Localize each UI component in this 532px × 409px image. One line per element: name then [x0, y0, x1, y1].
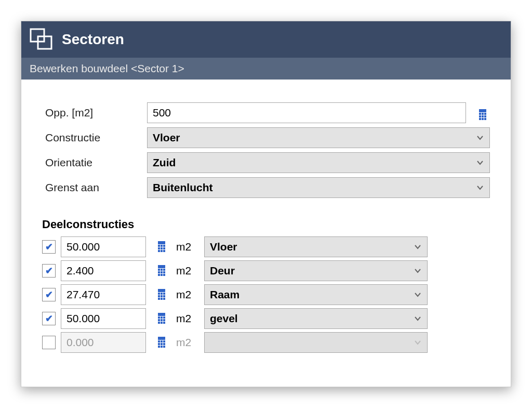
deelconstructie-row: ✔m2Deur	[42, 260, 495, 281]
orientatie-value: Zuid	[153, 156, 176, 169]
deelconstructie-checkbox[interactable]: ✔	[42, 288, 56, 301]
deelconstructie-row: ✔m2Raam	[42, 284, 495, 305]
grenst-value: Buitenlucht	[153, 181, 213, 194]
deelconstructie-checkbox[interactable]: ✔	[42, 312, 56, 325]
deelconstructie-row: ✔m2gevel	[42, 308, 495, 329]
deelconstructie-type-dropdown[interactable]: Raam	[204, 284, 428, 305]
chevron-down-icon	[414, 291, 422, 299]
titlebar: Sectoren	[21, 21, 511, 58]
calculator-icon	[158, 265, 167, 276]
calculator-icon	[479, 109, 488, 121]
unit-label: m2	[176, 241, 199, 253]
deelconstructie-type-value: Deur	[210, 265, 235, 277]
deelconstructie-calculator-button[interactable]	[154, 334, 171, 351]
panel-subtitle: Bewerken bouwdeel <Sector 1>	[21, 58, 511, 80]
deelconstructie-row: ✔m2Vloer	[42, 236, 495, 257]
sectors-icon	[28, 25, 55, 54]
chevron-down-icon	[414, 338, 422, 347]
deelconstructie-type-value: Raam	[210, 288, 240, 301]
checkmark-icon: ✔	[45, 242, 53, 252]
calculator-icon	[158, 337, 167, 348]
calculator-icon	[158, 289, 167, 300]
deelconstructie-type-dropdown[interactable]: Deur	[204, 260, 428, 281]
sector-panel: Sectoren Bewerken bouwdeel <Sector 1> Op…	[21, 21, 511, 387]
deelconstructie-calculator-button[interactable]	[154, 262, 171, 279]
deelconstructie-value-input[interactable]	[61, 260, 146, 281]
deelconstructie-type-dropdown[interactable]: Vloer	[204, 236, 428, 257]
deelconstructie-type-dropdown[interactable]: gevel	[204, 308, 428, 329]
chevron-down-icon	[476, 159, 484, 167]
checkmark-icon: ✔	[45, 266, 53, 275]
panel-title: Sectoren	[62, 31, 124, 48]
deelconstructie-calculator-button[interactable]	[154, 286, 171, 303]
deelconstructie-calculator-button[interactable]	[154, 310, 171, 327]
chevron-down-icon	[476, 134, 484, 142]
unit-label: m2	[176, 288, 199, 301]
calculator-icon	[158, 241, 167, 253]
checkmark-icon: ✔	[45, 314, 53, 323]
chevron-down-icon	[476, 183, 484, 192]
constructie-dropdown[interactable]: Vloer	[147, 127, 490, 148]
orientatie-label: Orientatie	[42, 150, 144, 175]
orientatie-dropdown[interactable]: Zuid	[147, 152, 490, 173]
deelconstructie-row: m2	[42, 332, 495, 353]
chevron-down-icon	[414, 314, 422, 323]
deelconstructie-checkbox[interactable]: ✔	[42, 264, 56, 278]
deelconstructie-value-input[interactable]	[61, 308, 146, 329]
chevron-down-icon	[414, 243, 422, 251]
opp-calculator-button[interactable]	[475, 107, 492, 123]
unit-label: m2	[176, 336, 199, 349]
checkmark-icon: ✔	[45, 290, 53, 299]
deelconstructie-checkbox[interactable]	[42, 336, 56, 349]
grenst-label: Grenst aan	[42, 175, 144, 200]
deelconstructies-list: ✔m2Vloer✔m2Deur✔m2Raam✔m2gevelm2	[42, 236, 495, 353]
deelconstructies-title: Deelconstructies	[42, 218, 495, 231]
deelconstructie-type-value: Vloer	[210, 241, 237, 253]
constructie-value: Vloer	[153, 131, 180, 144]
deelconstructie-calculator-button[interactable]	[154, 239, 171, 255]
deelconstructie-type-dropdown	[204, 332, 428, 353]
chevron-down-icon	[414, 267, 422, 275]
unit-label: m2	[176, 312, 199, 325]
deelconstructie-value-input[interactable]	[61, 236, 146, 257]
opp-input[interactable]	[147, 102, 466, 123]
main-form: Opp. [m2] Constructie	[42, 100, 495, 200]
calculator-icon	[158, 313, 167, 324]
deelconstructie-value-input	[61, 332, 146, 353]
deelconstructie-type-value: gevel	[210, 312, 238, 325]
constructie-label: Constructie	[42, 125, 144, 150]
unit-label: m2	[176, 265, 199, 277]
panel-content: Opp. [m2] Constructie	[21, 80, 511, 353]
grenst-dropdown[interactable]: Buitenlucht	[147, 177, 490, 198]
deelconstructie-value-input[interactable]	[61, 284, 146, 305]
deelconstructie-checkbox[interactable]: ✔	[42, 240, 56, 254]
opp-label: Opp. [m2]	[42, 100, 144, 125]
